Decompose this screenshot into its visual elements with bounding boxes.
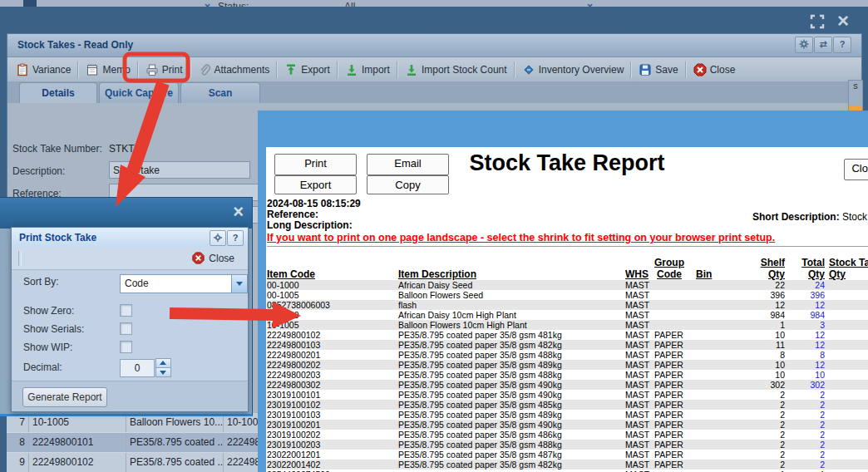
toolbar-export-button[interactable]: Export [279, 61, 335, 79]
settings-gear-icon[interactable] [795, 37, 813, 53]
show-serials-checkbox[interactable] [120, 322, 132, 335]
toolbar-attachments-button[interactable]: Attachments [193, 61, 275, 79]
report-cell[interactable]: 24 [785, 280, 825, 290]
grid-cell: PE35/8.795 coated ... [126, 433, 224, 452]
report-cell: MAST [625, 420, 654, 430]
report-cell[interactable]: 12 [785, 300, 825, 310]
toolbar-save-button[interactable]: Save [634, 61, 683, 79]
toolbar-memo-button[interactable]: Memo [81, 61, 135, 79]
report-cell: PAPER [654, 350, 696, 360]
toolbar-import-button[interactable]: Import [340, 61, 395, 79]
column-header-total-qty[interactable]: Total Qty [785, 257, 825, 280]
filter-clear-icon-2[interactable]: × [587, 0, 593, 7]
column-header-whs[interactable]: WHS [625, 268, 654, 280]
report-cell[interactable]: 10 [785, 370, 825, 380]
report-cell: Balloon Flowers 10cm High Plant [398, 320, 625, 330]
report-cell[interactable]: 2 [785, 420, 825, 430]
toolbar-close-button[interactable]: Close [688, 61, 741, 79]
dialog-title: Print Stock Take [19, 232, 96, 243]
toolbar-label: Inventory Overview [539, 64, 624, 76]
help-icon[interactable]: ? [833, 37, 851, 53]
report-cell [696, 310, 747, 320]
report-cell: 22249800103 [267, 340, 398, 350]
tab-details[interactable]: Details [19, 82, 97, 103]
stock-take-number-label: Stock Take Number: [12, 143, 102, 155]
report-cell[interactable]: 2 [785, 440, 825, 450]
report-cell: 00-1005 [267, 290, 398, 300]
report-copy-button[interactable]: Copy [367, 175, 449, 194]
report-cell[interactable]: 2 [785, 390, 825, 400]
grid-row[interactable]: 822249800101PE35/8.795 coated ...2224980… [7, 433, 258, 453]
column-header-stock-take-qty[interactable]: Stock Take Qty [825, 257, 868, 280]
report-cell [696, 360, 747, 370]
report-cell[interactable]: 302 [785, 380, 825, 390]
report-cell[interactable]: 12 [785, 330, 825, 340]
report-cell [696, 410, 747, 420]
report-cell[interactable]: 2 [785, 460, 825, 470]
close-icon[interactable]: × [833, 12, 853, 32]
report-cell: 22249800302 [267, 380, 398, 390]
report-cell [654, 320, 696, 330]
refresh-icon[interactable]: ⇄ [814, 37, 832, 53]
report-cell[interactable]: 2 [785, 410, 825, 420]
report-cell[interactable]: 8 [785, 350, 825, 360]
toolbar-separator [337, 61, 338, 78]
column-header-group-code[interactable]: Group Code [654, 257, 696, 280]
grid-row[interactable]: 922249800102PE35/8.795 coated ...2224980… [7, 453, 258, 472]
show-zero-checkbox[interactable] [120, 304, 132, 317]
maximize-icon[interactable] [810, 14, 825, 29]
screenshot-stage: × Status: All × × Stock Takes - Read Onl… [0, 0, 868, 472]
report-cell: PAPER [654, 370, 696, 380]
report-cell[interactable]: 984 [785, 310, 825, 320]
tab-quick-capture[interactable]: Quick Capture [99, 82, 179, 103]
dialog-close-button[interactable]: Close [189, 250, 238, 266]
report-cell [696, 320, 747, 330]
report-cell[interactable]: 2 [785, 430, 825, 440]
stock-takes-titlebar: Stock Takes - Read Only ⇄ ? [7, 34, 861, 57]
panel-close-icon[interactable]: × [233, 203, 244, 221]
chevron-down-icon[interactable] [231, 275, 247, 293]
report-cell: PAPER [654, 430, 696, 440]
filter-clear-icon[interactable]: × [205, 0, 210, 7]
spinner-down-icon[interactable] [155, 367, 171, 377]
column-header-item-description[interactable]: Item Description [398, 268, 625, 280]
report-long-description-label: Long Description: [267, 220, 353, 231]
print-stock-take-dialog: Print Stock Take ? Close Sort By: Code S… [11, 227, 249, 412]
report-cell[interactable]: 2 [785, 450, 825, 460]
show-serials-label: Show Serials: [23, 323, 84, 335]
toolbar-import-stock-count-button[interactable]: Import Stock Count [400, 61, 512, 79]
report-row: 23019100203PE35/8.795 coated paper 35/8 … [267, 440, 868, 450]
toolbar-variance-button[interactable]: Variance [11, 61, 76, 79]
sort-by-select[interactable]: Code [120, 274, 248, 293]
report-cell: 2 [747, 390, 785, 400]
report-row: 23022001402PE35/8.795 coated paper 35/8 … [267, 460, 868, 470]
report-close-button[interactable]: Close [844, 159, 868, 180]
report-export-button[interactable]: Export [274, 175, 357, 194]
toolbar-label: Import [362, 64, 390, 76]
sort-by-value: Code [125, 278, 149, 289]
status-value[interactable]: All [344, 0, 355, 7]
column-header-item-code[interactable]: Item Code [267, 268, 398, 280]
report-cell[interactable]: 12 [785, 360, 825, 370]
report-cell: 396 [747, 290, 785, 300]
report-cell[interactable]: 3 [785, 320, 825, 330]
toolbar-print-button[interactable]: Print [141, 61, 188, 79]
toolbar-inventory-overview-button[interactable]: Inventory Overview [517, 61, 629, 79]
report-cell[interactable]: 2 [785, 400, 825, 410]
dialog-help-icon[interactable]: ? [227, 230, 244, 246]
show-wip-checkbox[interactable] [120, 341, 132, 353]
column-header-shelf-qty[interactable]: Shelf Qty [747, 257, 785, 280]
description-input[interactable] [109, 161, 250, 179]
grid-cell: 22249800102 [29, 453, 126, 472]
generate-report-button[interactable]: Generate Report [22, 387, 107, 407]
decimal-input[interactable]: 0 [120, 359, 155, 377]
report-row: 22249800201PE35/8.795 coated paper 35/8 … [267, 350, 868, 360]
report-cell[interactable]: 396 [785, 290, 825, 300]
dialog-settings-gear-icon[interactable] [210, 230, 226, 246]
report-cell: MAST [625, 370, 654, 380]
tab-scan[interactable]: Scan [180, 82, 260, 103]
report-cell[interactable]: 12 [785, 340, 825, 350]
column-header-bin[interactable]: Bin [696, 268, 747, 280]
report-cell: 22 [747, 280, 785, 290]
report-cell: MAST [625, 350, 654, 360]
